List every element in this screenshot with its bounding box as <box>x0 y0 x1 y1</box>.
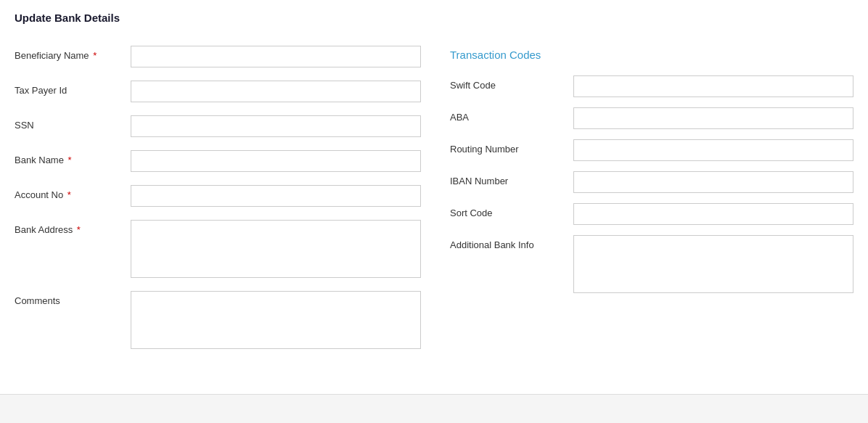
ssn-input[interactable] <box>131 115 421 137</box>
account-no-row: Account No * <box>15 185 421 207</box>
account-no-input[interactable] <box>131 185 421 207</box>
bank-address-input[interactable] <box>131 220 421 278</box>
required-star: * <box>77 224 81 235</box>
tax-payer-id-row: Tax Payer Id <box>15 81 421 102</box>
iban-number-input[interactable] <box>573 171 853 193</box>
beneficiary-name-row: Beneficiary Name * <box>15 46 421 67</box>
sort-code-label: Sort Code <box>450 203 573 218</box>
additional-bank-info-label: Additional Bank Info <box>450 235 573 250</box>
swift-code-input[interactable] <box>573 75 853 97</box>
tax-payer-id-input[interactable] <box>131 81 421 102</box>
comments-input[interactable] <box>131 291 421 349</box>
bank-address-label: Bank Address * <box>15 220 131 235</box>
routing-number-input[interactable] <box>573 139 853 161</box>
iban-number-row: IBAN Number <box>450 171 853 193</box>
sort-code-row: Sort Code <box>450 203 853 225</box>
aba-label: ABA <box>450 107 573 123</box>
tax-payer-id-label: Tax Payer Id <box>15 81 131 96</box>
ssn-row: SSN <box>15 115 421 137</box>
bank-name-row: Bank Name * <box>15 150 421 172</box>
iban-number-label: IBAN Number <box>450 171 573 186</box>
page-container: Update Bank Details Beneficiary Name * T… <box>0 0 868 374</box>
swift-code-row: Swift Code <box>450 75 853 97</box>
routing-number-row: Routing Number <box>450 139 853 161</box>
swift-code-label: Swift Code <box>450 75 573 91</box>
required-star: * <box>68 155 72 165</box>
aba-row: ABA <box>450 107 853 129</box>
bank-name-input[interactable] <box>131 150 421 172</box>
beneficiary-name-label: Beneficiary Name * <box>15 46 131 61</box>
routing-number-label: Routing Number <box>450 139 573 155</box>
sort-code-input[interactable] <box>573 203 853 225</box>
bank-address-row: Bank Address * <box>15 220 421 278</box>
additional-bank-info-input[interactable] <box>573 235 853 293</box>
left-column: Beneficiary Name * Tax Payer Id SSN Bank… <box>15 46 421 362</box>
form-layout: Beneficiary Name * Tax Payer Id SSN Bank… <box>15 46 853 362</box>
account-no-label: Account No * <box>15 185 131 200</box>
page-title: Update Bank Details <box>15 12 853 24</box>
required-star: * <box>67 189 71 200</box>
required-star: * <box>93 50 97 61</box>
beneficiary-name-input[interactable] <box>131 46 421 67</box>
comments-row: Comments <box>15 291 421 349</box>
aba-input[interactable] <box>573 107 853 129</box>
right-column: Transaction Codes Swift Code ABA Routing… <box>450 46 853 362</box>
transaction-codes-title: Transaction Codes <box>450 49 853 61</box>
comments-label: Comments <box>15 291 131 306</box>
additional-bank-info-row: Additional Bank Info <box>450 235 853 293</box>
bank-name-label: Bank Name * <box>15 150 131 165</box>
ssn-label: SSN <box>15 115 131 131</box>
